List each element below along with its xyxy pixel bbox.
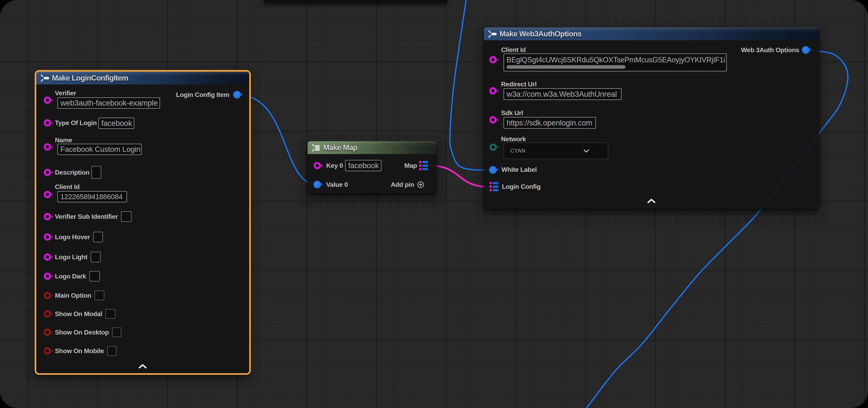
map-pin-row [490, 189, 499, 191]
pin-name[interactable] [44, 143, 51, 150]
node-make-loginconfigitem[interactable]: Make LoginConfigItem Login Config Item V… [36, 72, 249, 373]
type-of-login-label: Type Of Login [55, 119, 97, 127]
blueprint-graph-canvas[interactable]: Make LoginConfigItem Login Config Item V… [0, 0, 868, 408]
white-label-label: White Label [501, 166, 537, 173]
network-dropdown[interactable]: CYAN [504, 143, 608, 159]
pin-web3auth-options-output[interactable] [802, 46, 809, 54]
pin-arrow [321, 183, 323, 185]
pin-key0[interactable] [314, 162, 321, 169]
client-id-input[interactable]: 1222658941886084 [57, 191, 127, 202]
pin-row: Show On Modal [55, 309, 115, 319]
type-of-login-input[interactable]: facebook [98, 117, 134, 129]
pin-circle [44, 191, 51, 198]
pin-circle [44, 143, 51, 150]
map-pin-key-square [419, 168, 422, 170]
pin-row: Key 0 [326, 162, 343, 169]
pin-row: Logo Hover [55, 232, 103, 242]
pin-row: Show On Desktop [55, 328, 121, 337]
sdk-url-label: Sdk Url [501, 109, 523, 117]
map-pin-row [419, 168, 428, 170]
node-make-map-titlebar[interactable]: Make Map [308, 141, 436, 154]
name-input[interactable]: Facebook Custom Login [57, 144, 142, 155]
pin-login-config[interactable] [490, 182, 499, 191]
pin-arrow [52, 236, 53, 238]
node-make-map[interactable]: Make Map Key 0 facebook Value 0 Map Add … [308, 141, 436, 193]
logo-dark-input[interactable] [89, 271, 100, 281]
add-pin-button[interactable]: Add pin [391, 181, 424, 189]
pin-white-label[interactable] [489, 166, 496, 173]
map-pin-key-square [490, 185, 492, 188]
redirect-url-input[interactable]: w3a://com.w3a.Web3AuthUnreal [503, 88, 622, 100]
pin-client-id[interactable] [489, 56, 497, 63]
pin-network[interactable] [490, 143, 497, 151]
pin-show-on-desktop[interactable] [44, 329, 51, 336]
pin-type-of-login[interactable] [44, 119, 51, 127]
pin-arrow [52, 122, 53, 124]
pin-circle [44, 310, 51, 317]
pin-logo-light[interactable] [44, 253, 51, 261]
pin-circle [44, 253, 51, 261]
verifier-label: Verifier [55, 90, 76, 97]
logo-light-input[interactable] [91, 252, 101, 262]
pin-row: Value 0 [326, 181, 348, 189]
pin-arrow [497, 59, 499, 61]
pin-arrow [52, 350, 53, 352]
output-row: Map [404, 162, 417, 169]
show-on-mobile-checkbox[interactable] [107, 346, 117, 356]
node-title: Make Map [323, 143, 358, 152]
pin-verifier[interactable] [44, 97, 51, 104]
collapse-node-button[interactable] [647, 198, 656, 204]
sdk-url-input[interactable]: https://sdk.openlogin.com [503, 117, 596, 129]
main-option-checkbox[interactable] [94, 291, 104, 300]
pin-arrow [497, 90, 499, 92]
client-id-scrollbar[interactable] [506, 65, 625, 69]
pin-map-output[interactable] [419, 161, 428, 170]
map-pin-value-bar [493, 185, 498, 188]
map-pin-value-bar [423, 165, 428, 167]
map-output-label: Map [404, 162, 417, 169]
pin-circle [489, 87, 497, 95]
node-make-web3authoptions-titlebar[interactable]: Make Web3AuthOptions [484, 28, 819, 40]
output-label: Login Config Item [176, 91, 229, 99]
description-input[interactable] [91, 166, 101, 179]
verifier-input[interactable]: web3auth-facebook-example [57, 97, 160, 109]
offscreen-node-bottom-edge[interactable] [264, 0, 447, 3]
redirect-url-label: Redirect Url [501, 80, 536, 88]
show-on-desktop-label: Show On Desktop [55, 329, 109, 336]
verifier-sub-identifier-label: Verifier Sub Identifier [55, 213, 118, 220]
node-make-web3authoptions[interactable]: Make Web3AuthOptions Web 3Auth Options C… [484, 28, 819, 209]
key0-input[interactable]: facebook [345, 160, 381, 171]
verifier-sub-identifier-input[interactable] [121, 211, 131, 222]
pin-show-on-modal[interactable] [44, 310, 51, 317]
pin-row: Logo Dark [55, 271, 100, 281]
pin-show-on-mobile[interactable] [44, 347, 51, 354]
pin-sdk-url[interactable] [489, 116, 497, 124]
logo-dark-label: Logo Dark [55, 273, 86, 280]
pin-description[interactable] [44, 169, 51, 176]
node-make-loginconfigitem-titlebar[interactable]: Make LoginConfigItem [36, 72, 249, 84]
pin-arrow [52, 256, 53, 258]
wire-top-to-whitelabel-core [450, 0, 489, 170]
wire-map-to-loginconfig-core [429, 166, 490, 187]
pin-arrow [52, 146, 53, 148]
pin-logo-hover[interactable] [44, 233, 51, 241]
logo-hover-input[interactable] [93, 232, 103, 242]
description-label: Description [55, 169, 90, 176]
pin-row: Description [55, 169, 90, 176]
login-config-label: Login Config [502, 183, 540, 191]
pin-client-id[interactable] [44, 191, 51, 198]
pin-verifier-sub-identifier[interactable] [44, 213, 51, 220]
show-on-desktop-checkbox[interactable] [112, 328, 121, 337]
pin-value0[interactable] [313, 181, 321, 188]
pin-logo-dark[interactable] [44, 273, 51, 280]
pin-circle [313, 181, 321, 189]
show-on-modal-checkbox[interactable] [105, 309, 115, 319]
pin-redirect-url[interactable] [489, 87, 497, 95]
web3auth-options-output-label: Web 3Auth Options [741, 46, 799, 54]
pin-main-option[interactable] [44, 292, 51, 299]
pin-row: Verifier Sub Identifier [55, 211, 131, 222]
map-pin-key-square [490, 182, 492, 184]
pin-login-config-item-output[interactable] [233, 91, 241, 98]
collapse-node-button[interactable] [138, 364, 147, 369]
pin-circle [490, 143, 497, 151]
